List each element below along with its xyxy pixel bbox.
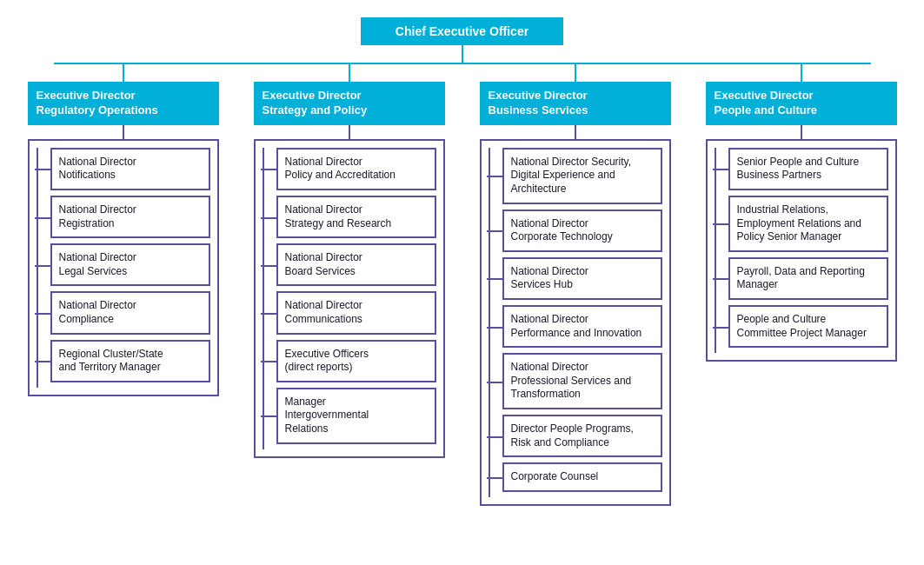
v-connector-top-strategy	[349, 64, 350, 82]
list-item: National Director Corporate Technology	[502, 209, 662, 252]
exec-box-people: Executive Director People and Culture	[706, 82, 897, 125]
list-item: National Director Security, Digital Expe…	[502, 148, 662, 204]
org-chart: Chief Executive Officer Executive Direct…	[0, 0, 924, 523]
list-item: Manager Intergovernmental Relations	[276, 388, 436, 444]
exec-box-strategy: Executive Director Strategy and Policy	[254, 82, 445, 125]
v-connector-mid-regulatory	[123, 125, 124, 139]
list-item: National Director Strategy and Research	[276, 196, 436, 238]
column-people: Executive Director People and CultureSen…	[688, 64, 914, 362]
items-border-business: National Director Security, Digital Expe…	[480, 139, 671, 506]
list-item: Regional Cluster/State and Territory Man…	[50, 340, 210, 382]
list-item: National Director Professional Services …	[502, 353, 662, 409]
list-item: Senior People and Culture Business Partn…	[728, 148, 888, 190]
exec-box-regulatory: Executive Director Regulatory Operations	[28, 82, 219, 125]
list-item: National Director Legal Services	[50, 243, 210, 286]
list-item: National Director Services Hub	[502, 257, 662, 300]
v-connector-top-regulatory	[123, 64, 124, 82]
list-item: Director People Programs, Risk and Compl…	[502, 415, 662, 457]
items-border-strategy: National Director Policy and Accreditati…	[254, 139, 445, 458]
list-item: People and Culture Committee Project Man…	[728, 305, 888, 348]
column-strategy: Executive Director Strategy and PolicyNa…	[236, 64, 462, 458]
items-border-people: Senior People and Culture Business Partn…	[706, 139, 897, 362]
column-regulatory: Executive Director Regulatory Operations…	[10, 64, 236, 396]
columns-container: Executive Director Regulatory Operations…	[10, 64, 914, 506]
list-item: National Director Communications	[276, 291, 436, 334]
sub-items-people: Senior People and Culture Business Partn…	[715, 148, 888, 353]
items-border-regulatory: National Director NotificationsNational …	[28, 139, 219, 396]
sub-items-regulatory: National Director NotificationsNational …	[37, 148, 210, 388]
list-item: National Director Registration	[50, 196, 210, 238]
list-item: Industrial Relations, Employment Relatio…	[728, 196, 888, 252]
list-item: National Director Compliance	[50, 291, 210, 334]
column-business: Executive Director Business ServicesNati…	[462, 64, 688, 506]
list-item: Executive Officers (direct reports)	[276, 340, 436, 382]
list-item: National Director Board Services	[276, 243, 436, 286]
v-connector-top-people	[801, 64, 802, 82]
sub-items-business: National Director Security, Digital Expe…	[489, 148, 662, 497]
list-item: National Director Notifications	[50, 148, 210, 190]
list-item: Payroll, Data and Reporting Manager	[728, 257, 888, 300]
list-item: National Director Performance and Innova…	[502, 305, 662, 348]
v-connector-mid-strategy	[349, 125, 350, 139]
list-item: Corporate Counsel	[502, 462, 662, 492]
ceo-box: Chief Executive Officer	[361, 17, 563, 45]
v-connector-top-business	[575, 64, 576, 82]
ceo-connector	[462, 45, 463, 63]
v-connector-mid-business	[575, 125, 576, 139]
exec-box-business: Executive Director Business Services	[480, 82, 671, 125]
sub-items-strategy: National Director Policy and Accreditati…	[263, 148, 436, 449]
list-item: National Director Policy and Accreditati…	[276, 148, 436, 190]
v-connector-mid-people	[801, 125, 802, 139]
